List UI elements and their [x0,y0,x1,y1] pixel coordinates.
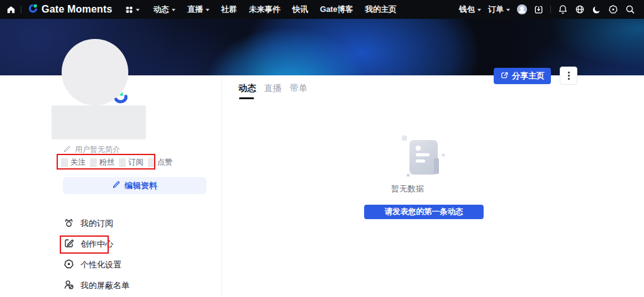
nav-item-community[interactable]: 社群 [221,4,237,15]
content-tabs: 动态 直播 带单 [238,83,308,99]
nav-item-my-page[interactable]: 我的主页 [365,4,396,15]
brand[interactable]: Gate Moments [28,3,113,16]
username-blurred [52,105,146,139]
nav-item-news[interactable]: 快讯 [292,4,308,15]
post-first-moment-button[interactable]: 请发表您的第一条动态 [364,205,484,219]
divider [21,6,21,13]
edit-profile-label: 编辑资料 [125,180,157,192]
chevron-down-icon [136,9,140,11]
chevron-down-icon [506,9,510,11]
edit-profile-button[interactable]: 编辑资料 [63,177,206,194]
chevron-down-icon [172,9,175,11]
stat-value-blurred [90,158,97,167]
empty-state-text: 暂无数据 [238,183,577,195]
bio-placeholder-text: 用户暂无简介 [75,144,120,155]
main-nav: 动态 直播 社群 未来事件 快讯 Gate博客 我的主页 [153,4,397,15]
user-avatar[interactable] [517,4,527,14]
stat-value-blurred [119,158,126,167]
download-app-icon[interactable] [534,5,543,14]
bio-row[interactable]: 用户暂无简介 [63,144,120,155]
compose-edit-icon [64,238,74,251]
nav-item-events[interactable]: 未来事件 [249,4,280,15]
notifications-bell-icon[interactable] [558,4,568,14]
sidebar-item-label: 我的屏蔽名单 [80,280,130,291]
sidebar-item-label: 个性化设置 [80,259,121,271]
home-icon[interactable] [6,5,16,14]
tab-moments[interactable]: 动态 [238,83,256,99]
stat-subscriptions[interactable]: 订阅 [119,157,143,168]
nav-item-moments[interactable]: 动态 [153,4,175,15]
navbar-right: 钱包 订单 [459,4,635,15]
gate-logo-icon [28,3,38,16]
profile-stats: 关注 粉丝 订阅 点赞 [61,157,172,168]
sidebar-item-personalization[interactable]: 个性化设置 [64,259,121,271]
wallet-menu[interactable]: 钱包 [459,4,481,15]
dark-mode-moon-icon[interactable] [592,5,601,14]
sidebar-item-my-subscriptions[interactable]: 我的订阅 [64,217,113,230]
top-navbar: Gate Moments 动态 直播 社群 未来事件 快讯 Gate博客 我的主… [0,0,644,19]
edit-pencil-icon [112,180,121,191]
tab-copy-trading[interactable]: 带单 [290,83,308,99]
stat-following[interactable]: 关注 [61,157,86,168]
nav-item-live[interactable]: 直播 [187,4,209,15]
main-content: 动态 直播 带单 暂无数据 请发表您的第一条动态 [221,75,644,297]
orders-menu[interactable]: 订单 [488,4,510,15]
divider [550,6,551,13]
nav-item-blog[interactable]: Gate博客 [320,4,353,15]
rewards-badge-icon[interactable] [608,4,618,14]
chevron-down-icon [477,9,481,11]
language-globe-icon[interactable] [575,4,585,14]
search-icon[interactable] [625,4,635,14]
tab-live[interactable]: 直播 [264,83,282,99]
settings-gear-icon [64,259,74,271]
sidebar-item-block-list[interactable]: 我的屏蔽名单 [64,279,130,292]
brand-title: Gate Moments [42,4,113,15]
stat-value-blurred [61,158,68,167]
empty-state-illustration [402,135,446,178]
gate-logo-badge-icon [113,89,129,105]
navbar-left: Gate Moments 动态 直播 社群 未来事件 快讯 Gate博客 我的主… [6,3,396,16]
edit-pencil-icon [63,145,71,155]
apps-grid-icon[interactable] [125,6,140,14]
chevron-down-icon [206,9,209,11]
sidebar-item-label: 我的订阅 [80,218,113,229]
stat-followers[interactable]: 粉丝 [90,157,114,168]
sidebar-item-label: 创作中心 [80,239,113,250]
sidebar-item-creator-center[interactable]: 创作中心 [64,238,113,251]
stat-likes[interactable]: 点赞 [148,157,172,168]
blocked-user-icon [64,279,74,292]
stat-value-blurred [148,158,155,167]
crown-subscription-icon [64,217,74,230]
